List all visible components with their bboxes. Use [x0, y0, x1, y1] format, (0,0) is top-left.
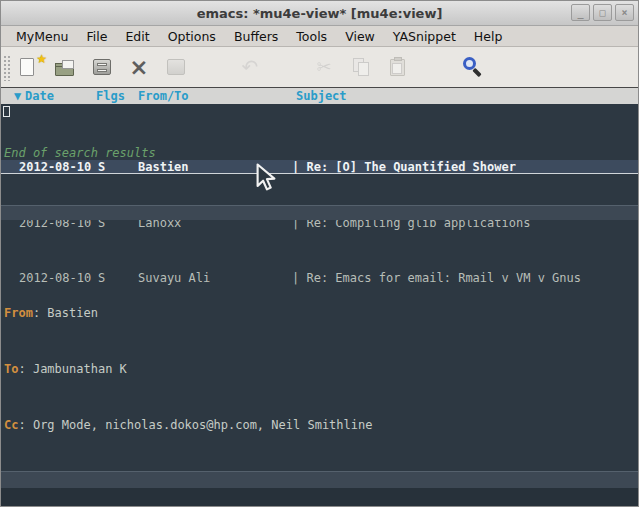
window-title: emacs: *mu4e-view* [mu4e:view] — [197, 6, 443, 21]
field-label: Cc — [4, 418, 18, 432]
separator[interactable] — [200, 54, 226, 80]
toolbar-drag-handle[interactable] — [3, 55, 12, 81]
titlebar[interactable]: emacs: *mu4e-view* [mu4e:view] _ □ × — [1, 1, 638, 26]
field-label: To — [4, 362, 18, 376]
menu-item-yasnippet[interactable]: YASnippet — [384, 27, 465, 46]
copy-icon[interactable] — [348, 54, 374, 80]
menu-item-buffers[interactable]: Buffers — [225, 27, 287, 46]
field-label: From — [4, 306, 33, 320]
message-fields: From: Bastien To: Jambunathan K Cc: Org … — [4, 249, 638, 507]
message-field-line: To: Jambunathan K — [4, 362, 638, 376]
menu-item-file[interactable]: File — [78, 27, 117, 46]
echo-area — [1, 488, 638, 506]
menu-item-view[interactable]: View — [336, 27, 384, 46]
save-as-icon[interactable]: ↓ — [163, 54, 189, 80]
menu-item-help[interactable]: Help — [465, 27, 512, 46]
open-file-icon[interactable] — [52, 54, 78, 80]
close-button[interactable]: × — [615, 4, 634, 21]
message-field-line: Cc: Org Mode, nicholas.dokos@hp.com, Nei… — [4, 418, 638, 432]
menu-item-edit[interactable]: Edit — [116, 27, 158, 46]
menu-item-mymenu[interactable]: MyMenu — [7, 27, 78, 46]
field-value: Jambunathan K — [33, 362, 127, 376]
toolbar: ★ × ↓ — [1, 47, 638, 88]
sort-indicator-icon[interactable]: ▼ — [14, 89, 21, 103]
message-view: From: Bastien To: Jambunathan K Cc: Org … — [4, 221, 638, 507]
save-icon[interactable] — [89, 54, 115, 80]
undo-icon[interactable]: ↶ — [237, 54, 263, 80]
column-header-flags[interactable]: Flgs — [96, 89, 125, 103]
menu-item-tools[interactable]: Tools — [287, 27, 336, 46]
column-header-from[interactable]: From/To — [138, 89, 189, 103]
row-from: Bastien — [138, 160, 189, 174]
message-field-line: From: Bastien — [4, 306, 638, 320]
fringe-cursor — [3, 106, 10, 117]
menubar: MyMenu File Edit Options Buffers Tools V… — [1, 26, 638, 47]
maximize-button[interactable]: □ — [593, 4, 612, 21]
row-flags: S — [98, 160, 105, 174]
minimize-button[interactable]: _ — [571, 4, 590, 21]
field-value: Bastien — [47, 306, 98, 320]
headers-header-line: ▼ Date Flgs From/To Subject — [1, 88, 638, 104]
column-header-date[interactable]: Date — [25, 89, 54, 103]
column-header-subject[interactable]: Subject — [296, 89, 347, 103]
row-subject: | Re: [O] The Quantified Shower — [292, 160, 516, 174]
end-of-results-text: End of search results — [4, 146, 156, 160]
modeline-mu4e-headers[interactable]: *mu4e-headers* ( 1, 0) [All/275] [mu4e-h… — [1, 205, 638, 220]
search-icon[interactable] — [459, 54, 485, 80]
headers-row[interactable]: 2012-08-10 S Bastien | Re: [O] The Quant… — [1, 160, 638, 174]
menu-item-options[interactable]: Options — [159, 27, 225, 46]
field-value: Org Mode, nicholas.dokos@hp.com, Neil Sm… — [33, 418, 373, 432]
window-controls: _ □ × — [571, 4, 634, 21]
separator[interactable] — [422, 54, 448, 80]
separator[interactable] — [274, 54, 300, 80]
new-file-icon[interactable]: ★ — [15, 54, 41, 80]
cut-icon[interactable]: ✂ — [311, 54, 337, 80]
row-date: 2012-08-10 — [19, 160, 91, 174]
close-buffer-icon[interactable]: × — [126, 54, 152, 80]
modeline-mu4e-view[interactable]: *mu4e-view* ( 1, 0) [All/372] [mu4e:view… — [1, 471, 638, 488]
paste-icon[interactable] — [385, 54, 411, 80]
emacs-window: emacs: *mu4e-view* [mu4e:view] _ □ × MyM… — [0, 0, 639, 507]
